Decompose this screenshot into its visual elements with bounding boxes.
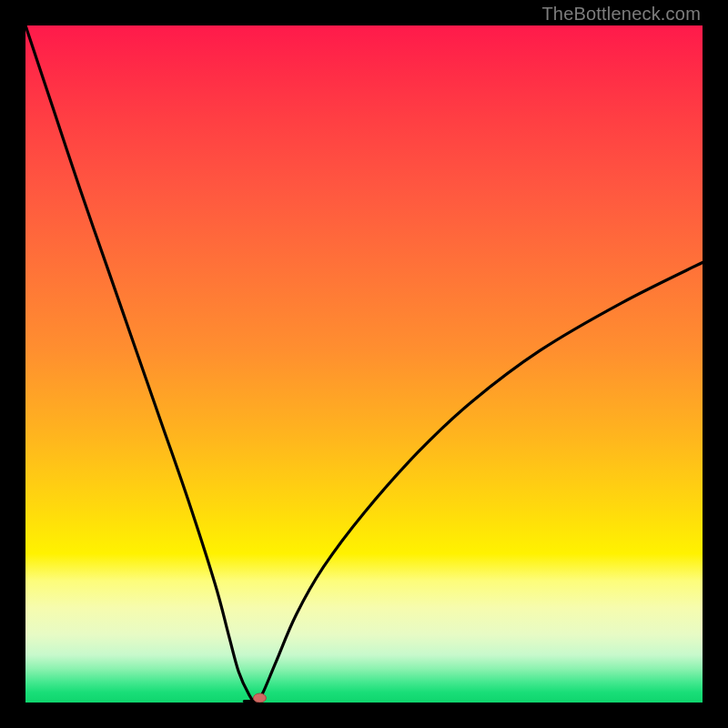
plot-area	[25, 25, 703, 703]
optimum-marker	[253, 693, 266, 703]
curve-path	[25, 25, 703, 703]
bottleneck-curve	[25, 25, 703, 703]
watermark-text: TheBottleneck.com	[541, 4, 701, 25]
curve-layer	[25, 25, 703, 703]
chart-frame: TheBottleneck.com	[0, 0, 728, 728]
